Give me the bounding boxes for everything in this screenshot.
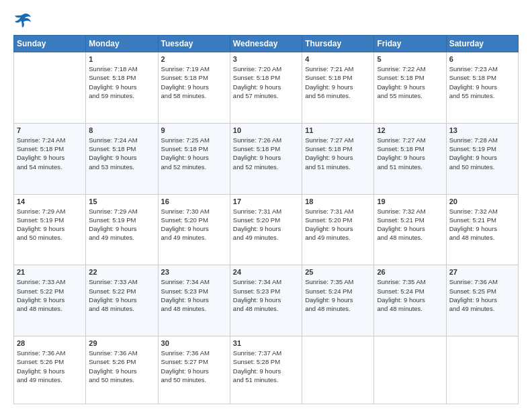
day-number: 14 [17,197,83,205]
day-info: Sunrise: 7:33 AM Sunset: 5:22 PM Dayligh… [17,277,83,313]
day-info: Sunrise: 7:20 AM Sunset: 5:18 PM Dayligh… [233,64,299,100]
day-number: 6 [449,55,515,63]
day-info: Sunrise: 7:30 AM Sunset: 5:20 PM Dayligh… [161,207,227,242]
day-info: Sunrise: 7:36 AM Sunset: 5:27 PM Dayligh… [161,349,227,384]
calendar-cell: 22Sunrise: 7:33 AM Sunset: 5:22 PM Dayli… [86,265,158,336]
day-info: Sunrise: 7:21 AM Sunset: 5:18 PM Dayligh… [305,64,371,100]
day-info: Sunrise: 7:37 AM Sunset: 5:28 PM Dayligh… [233,349,299,384]
day-info: Sunrise: 7:33 AM Sunset: 5:22 PM Dayligh… [89,277,154,313]
calendar-cell: 25Sunrise: 7:35 AM Sunset: 5:24 PM Dayli… [302,265,374,336]
calendar-cell: 1Sunrise: 7:18 AM Sunset: 5:18 PM Daylig… [86,52,158,124]
calendar-cell: 29Sunrise: 7:36 AM Sunset: 5:26 PM Dayli… [86,336,158,404]
calendar-cell: 13Sunrise: 7:28 AM Sunset: 5:19 PM Dayli… [446,123,518,194]
calendar-cell: 11Sunrise: 7:27 AM Sunset: 5:18 PM Dayli… [302,123,374,194]
day-info: Sunrise: 7:34 AM Sunset: 5:23 PM Dayligh… [233,277,299,313]
day-number: 25 [305,268,371,276]
calendar-cell: 16Sunrise: 7:30 AM Sunset: 5:20 PM Dayli… [158,194,230,265]
calendar-cell [446,336,518,404]
col-header-tuesday: Tuesday [158,36,230,52]
calendar-cell: 3Sunrise: 7:20 AM Sunset: 5:18 PM Daylig… [230,52,302,124]
day-info: Sunrise: 7:18 AM Sunset: 5:18 PM Dayligh… [89,64,154,100]
calendar-cell: 9Sunrise: 7:25 AM Sunset: 5:18 PM Daylig… [158,123,230,194]
calendar-cell: 5Sunrise: 7:22 AM Sunset: 5:18 PM Daylig… [374,52,446,124]
day-info: Sunrise: 7:24 AM Sunset: 5:18 PM Dayligh… [89,136,154,171]
calendar-cell [14,52,86,124]
day-number: 20 [449,197,515,205]
day-number: 4 [305,55,371,63]
calendar-cell: 4Sunrise: 7:21 AM Sunset: 5:18 PM Daylig… [302,52,374,124]
calendar-cell: 2Sunrise: 7:19 AM Sunset: 5:18 PM Daylig… [158,52,230,124]
calendar-cell: 27Sunrise: 7:36 AM Sunset: 5:25 PM Dayli… [446,265,518,336]
day-number: 13 [449,126,515,134]
day-number: 16 [161,197,227,205]
calendar-cell: 31Sunrise: 7:37 AM Sunset: 5:28 PM Dayli… [230,336,302,404]
day-number: 3 [233,55,299,63]
day-info: Sunrise: 7:34 AM Sunset: 5:23 PM Dayligh… [161,277,227,313]
day-number: 5 [377,55,443,63]
calendar-cell: 14Sunrise: 7:29 AM Sunset: 5:19 PM Dayli… [14,194,86,265]
calendar-table: SundayMondayTuesdayWednesdayThursdayFrid… [13,35,519,404]
day-number: 2 [161,55,227,63]
col-header-thursday: Thursday [302,36,374,52]
calendar-cell: 18Sunrise: 7:31 AM Sunset: 5:20 PM Dayli… [302,194,374,265]
day-number: 26 [377,268,443,276]
day-number: 27 [449,268,515,276]
day-number: 8 [89,126,154,134]
day-info: Sunrise: 7:22 AM Sunset: 5:18 PM Dayligh… [377,64,443,100]
day-info: Sunrise: 7:32 AM Sunset: 5:21 PM Dayligh… [449,207,515,242]
calendar-cell [302,336,374,404]
calendar-cell: 24Sunrise: 7:34 AM Sunset: 5:23 PM Dayli… [230,265,302,336]
day-info: Sunrise: 7:35 AM Sunset: 5:24 PM Dayligh… [305,277,371,313]
day-number: 9 [161,126,227,134]
calendar-cell: 20Sunrise: 7:32 AM Sunset: 5:21 PM Dayli… [446,194,518,265]
day-number: 22 [89,268,154,276]
calendar-cell: 17Sunrise: 7:31 AM Sunset: 5:20 PM Dayli… [230,194,302,265]
col-header-sunday: Sunday [14,36,86,52]
day-info: Sunrise: 7:31 AM Sunset: 5:20 PM Dayligh… [305,207,371,242]
day-info: Sunrise: 7:36 AM Sunset: 5:26 PM Dayligh… [17,349,83,384]
calendar-cell: 7Sunrise: 7:24 AM Sunset: 5:18 PM Daylig… [14,123,86,194]
day-number: 21 [17,268,83,276]
col-header-wednesday: Wednesday [230,36,302,52]
day-number: 18 [305,197,371,205]
calendar-cell: 10Sunrise: 7:26 AM Sunset: 5:18 PM Dayli… [230,123,302,194]
col-header-monday: Monday [86,36,158,52]
day-number: 12 [377,126,443,134]
day-info: Sunrise: 7:19 AM Sunset: 5:18 PM Dayligh… [161,64,227,100]
day-number: 30 [161,339,227,347]
calendar-cell: 23Sunrise: 7:34 AM Sunset: 5:23 PM Dayli… [158,265,230,336]
col-header-saturday: Saturday [446,36,518,52]
calendar-cell: 28Sunrise: 7:36 AM Sunset: 5:26 PM Dayli… [14,336,86,404]
calendar-cell: 15Sunrise: 7:29 AM Sunset: 5:19 PM Dayli… [86,194,158,265]
day-info: Sunrise: 7:29 AM Sunset: 5:19 PM Dayligh… [89,207,154,242]
day-info: Sunrise: 7:36 AM Sunset: 5:26 PM Dayligh… [89,349,154,384]
day-number: 7 [17,126,83,134]
calendar-cell: 12Sunrise: 7:27 AM Sunset: 5:18 PM Dayli… [374,123,446,194]
day-info: Sunrise: 7:32 AM Sunset: 5:21 PM Dayligh… [377,207,443,242]
day-info: Sunrise: 7:23 AM Sunset: 5:18 PM Dayligh… [449,64,515,100]
day-number: 31 [233,339,299,347]
day-number: 24 [233,268,299,276]
calendar-cell: 6Sunrise: 7:23 AM Sunset: 5:18 PM Daylig… [446,52,518,124]
header [13,12,519,28]
day-number: 15 [89,197,154,205]
day-number: 17 [233,197,299,205]
day-info: Sunrise: 7:26 AM Sunset: 5:18 PM Dayligh… [233,136,299,171]
page: SundayMondayTuesdayWednesdayThursdayFrid… [0,0,532,411]
day-info: Sunrise: 7:29 AM Sunset: 5:19 PM Dayligh… [17,207,83,242]
day-info: Sunrise: 7:27 AM Sunset: 5:18 PM Dayligh… [377,136,443,171]
col-header-friday: Friday [374,36,446,52]
day-number: 11 [305,126,371,134]
day-info: Sunrise: 7:24 AM Sunset: 5:18 PM Dayligh… [17,136,83,171]
day-info: Sunrise: 7:25 AM Sunset: 5:18 PM Dayligh… [161,136,227,171]
calendar-cell: 30Sunrise: 7:36 AM Sunset: 5:27 PM Dayli… [158,336,230,404]
day-info: Sunrise: 7:35 AM Sunset: 5:24 PM Dayligh… [377,277,443,313]
calendar-cell: 8Sunrise: 7:24 AM Sunset: 5:18 PM Daylig… [86,123,158,194]
day-info: Sunrise: 7:36 AM Sunset: 5:25 PM Dayligh… [449,277,515,313]
day-number: 28 [17,339,83,347]
calendar-cell [374,336,446,404]
day-number: 23 [161,268,227,276]
calendar-cell: 21Sunrise: 7:33 AM Sunset: 5:22 PM Dayli… [14,265,86,336]
day-number: 19 [377,197,443,205]
calendar-cell: 19Sunrise: 7:32 AM Sunset: 5:21 PM Dayli… [374,194,446,265]
